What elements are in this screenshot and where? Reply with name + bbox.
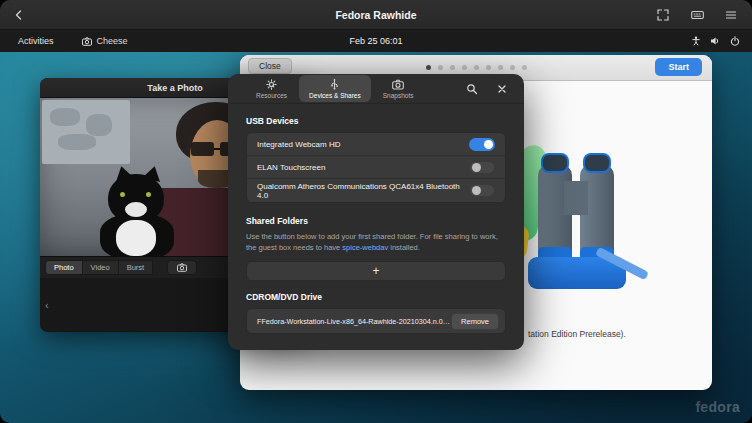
vm-properties-dialog: Resources Devices & Shares Snapshots — [228, 74, 524, 350]
accessibility-icon — [691, 36, 701, 46]
iso-filename: FFedora-Workstation-Live-x86_64-Rawhide-… — [257, 317, 451, 326]
page-dot — [474, 65, 479, 70]
volume-icon — [710, 36, 721, 46]
boxes-window: Fedora Rawhide Activities Cheese Feb 25 … — [0, 0, 752, 423]
cdrom-row: FFedora-Workstation-Live-x86_64-Rawhide-… — [246, 308, 506, 334]
tour-caption: tation Edition Prerelease). — [528, 329, 626, 339]
dialog-header: Resources Devices & Shares Snapshots — [228, 74, 524, 104]
search-icon — [466, 83, 478, 95]
hamburger-menu-icon — [725, 9, 737, 21]
tab-label: Devices & Shares — [309, 92, 361, 99]
cheese-tab-video[interactable]: Video — [83, 260, 119, 275]
menu-button[interactable] — [720, 4, 742, 26]
usb-section-title: USB Devices — [246, 116, 506, 126]
shell-system-tray[interactable] — [691, 36, 740, 46]
fullscreen-icon — [657, 9, 669, 21]
usb-device-row: ELAN Touchscreen — [247, 156, 505, 179]
usb-toggle[interactable] — [469, 184, 495, 197]
back-button[interactable] — [8, 4, 30, 26]
dialog-content: USB Devices Integrated Webcam HD ELAN To… — [228, 104, 524, 334]
page-dot — [438, 65, 443, 70]
cheese-title: Take a Photo — [147, 83, 202, 93]
camera-shutter-icon — [177, 263, 187, 272]
power-icon — [730, 36, 740, 46]
dialog-tab-devices-shares[interactable]: Devices & Shares — [299, 75, 371, 102]
usb-icon — [330, 78, 339, 90]
snapshot-camera-icon — [392, 79, 404, 90]
page-dot — [510, 65, 515, 70]
description-text: installed. — [388, 243, 420, 252]
cat-chest — [116, 220, 156, 256]
cat — [106, 168, 196, 256]
tour-binoculars-illustration — [502, 139, 657, 294]
binocular-eyepiece — [541, 153, 569, 173]
cdrom-section-title: CDROM/DVD Drive — [246, 292, 506, 302]
page-dot — [462, 65, 467, 70]
camera-app-icon — [82, 37, 92, 46]
app-menu-label: Cheese — [97, 36, 128, 46]
tab-label: Resources — [256, 92, 287, 99]
usb-device-row: Integrated Webcam HD — [247, 133, 505, 156]
usb-toggle[interactable] — [469, 161, 495, 174]
add-shared-folder-button[interactable]: + — [246, 261, 506, 281]
remove-iso-button[interactable]: Remove — [451, 313, 499, 330]
page-dot — [426, 65, 431, 70]
scroll-left-icon[interactable]: ‹ — [45, 299, 49, 311]
dialog-tab-resources[interactable]: Resources — [246, 75, 297, 102]
take-photo-button[interactable] — [167, 260, 197, 275]
usb-device-name: ELAN Touchscreen — [257, 163, 325, 172]
usb-device-name: Integrated Webcam HD — [257, 140, 340, 149]
fedora-watermark: fedora — [695, 399, 740, 415]
window-title: Fedora Rawhide — [0, 9, 752, 21]
page-dot — [522, 65, 527, 70]
vm-shell-panel: Activities Cheese Feb 25 06:01 — [0, 30, 752, 52]
shared-folders-description: Use the button below to add your first s… — [246, 232, 506, 253]
binocular-bridge — [564, 181, 588, 215]
keyboard-button[interactable] — [686, 4, 708, 26]
wall-map — [42, 100, 130, 164]
usb-device-name: Qualcomm Atheros Communications QCA61x4 … — [257, 182, 469, 200]
tour-start-button[interactable]: Start — [655, 58, 702, 76]
usb-toggle[interactable] — [469, 138, 495, 151]
page-dot — [498, 65, 503, 70]
activities-button[interactable]: Activities — [14, 34, 58, 48]
fullscreen-button[interactable] — [652, 4, 674, 26]
page-dot — [486, 65, 491, 70]
usb-device-list: Integrated Webcam HD ELAN Touchscreen Qu… — [246, 132, 506, 203]
cat-muzzle — [125, 202, 147, 217]
cheese-tab-burst[interactable]: Burst — [119, 260, 154, 275]
app-menu-cheese[interactable]: Cheese — [82, 36, 128, 46]
vm-desktop: fedora Close Start — [0, 52, 752, 423]
binocular-eyepiece — [583, 153, 611, 173]
dialog-tabs: Resources Devices & Shares Snapshots — [246, 75, 423, 102]
search-button[interactable] — [462, 79, 482, 99]
dialog-close-button[interactable] — [492, 79, 512, 99]
page-dot — [450, 65, 455, 70]
cheese-tab-photo[interactable]: Photo — [45, 260, 83, 275]
spice-webdav-link[interactable]: spice-webdav — [342, 243, 388, 252]
usb-device-row: Qualcomm Atheros Communications QCA61x4 … — [247, 179, 505, 202]
window-titlebar: Fedora Rawhide — [0, 0, 752, 30]
tab-label: Snapshots — [383, 92, 414, 99]
gear-icon — [266, 79, 277, 90]
shared-folders-title: Shared Folders — [246, 216, 506, 226]
keyboard-icon — [691, 9, 704, 21]
close-icon — [497, 84, 507, 94]
dialog-tab-snapshots[interactable]: Snapshots — [373, 75, 424, 102]
